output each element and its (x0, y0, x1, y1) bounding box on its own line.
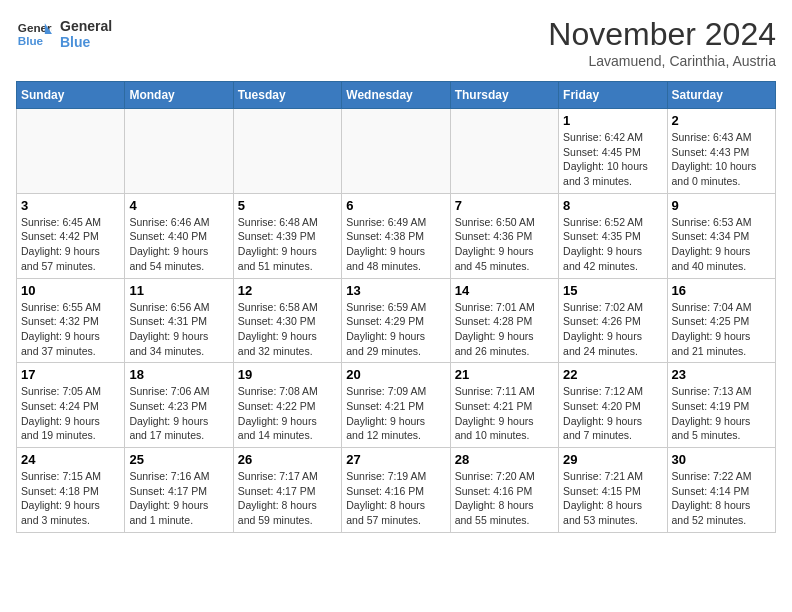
month-title: November 2024 (548, 16, 776, 53)
day-info: Sunrise: 7:04 AM Sunset: 4:25 PM Dayligh… (672, 300, 771, 359)
calendar-cell: 17Sunrise: 7:05 AM Sunset: 4:24 PM Dayli… (17, 363, 125, 448)
day-info: Sunrise: 7:01 AM Sunset: 4:28 PM Dayligh… (455, 300, 554, 359)
day-info: Sunrise: 7:13 AM Sunset: 4:19 PM Dayligh… (672, 384, 771, 443)
calendar-table: SundayMondayTuesdayWednesdayThursdayFrid… (16, 81, 776, 533)
weekday-header: Monday (125, 82, 233, 109)
calendar-week-row: 10Sunrise: 6:55 AM Sunset: 4:32 PM Dayli… (17, 278, 776, 363)
day-number: 20 (346, 367, 445, 382)
day-number: 23 (672, 367, 771, 382)
day-number: 8 (563, 198, 662, 213)
day-number: 10 (21, 283, 120, 298)
calendar-cell: 9Sunrise: 6:53 AM Sunset: 4:34 PM Daylig… (667, 193, 775, 278)
day-info: Sunrise: 6:52 AM Sunset: 4:35 PM Dayligh… (563, 215, 662, 274)
calendar-cell: 22Sunrise: 7:12 AM Sunset: 4:20 PM Dayli… (559, 363, 667, 448)
day-info: Sunrise: 6:50 AM Sunset: 4:36 PM Dayligh… (455, 215, 554, 274)
calendar-week-row: 24Sunrise: 7:15 AM Sunset: 4:18 PM Dayli… (17, 448, 776, 533)
day-number: 28 (455, 452, 554, 467)
day-info: Sunrise: 7:06 AM Sunset: 4:23 PM Dayligh… (129, 384, 228, 443)
day-info: Sunrise: 6:49 AM Sunset: 4:38 PM Dayligh… (346, 215, 445, 274)
calendar-cell (450, 109, 558, 194)
logo: General Blue General Blue (16, 16, 112, 52)
day-info: Sunrise: 7:05 AM Sunset: 4:24 PM Dayligh… (21, 384, 120, 443)
day-number: 15 (563, 283, 662, 298)
day-number: 21 (455, 367, 554, 382)
day-number: 19 (238, 367, 337, 382)
calendar-week-row: 1Sunrise: 6:42 AM Sunset: 4:45 PM Daylig… (17, 109, 776, 194)
day-info: Sunrise: 6:55 AM Sunset: 4:32 PM Dayligh… (21, 300, 120, 359)
day-info: Sunrise: 6:43 AM Sunset: 4:43 PM Dayligh… (672, 130, 771, 189)
day-info: Sunrise: 7:16 AM Sunset: 4:17 PM Dayligh… (129, 469, 228, 528)
day-number: 16 (672, 283, 771, 298)
calendar-cell: 23Sunrise: 7:13 AM Sunset: 4:19 PM Dayli… (667, 363, 775, 448)
day-number: 27 (346, 452, 445, 467)
svg-text:Blue: Blue (18, 34, 44, 47)
day-info: Sunrise: 6:56 AM Sunset: 4:31 PM Dayligh… (129, 300, 228, 359)
calendar-cell: 6Sunrise: 6:49 AM Sunset: 4:38 PM Daylig… (342, 193, 450, 278)
day-number: 13 (346, 283, 445, 298)
calendar-cell: 2Sunrise: 6:43 AM Sunset: 4:43 PM Daylig… (667, 109, 775, 194)
weekday-header: Thursday (450, 82, 558, 109)
calendar-cell: 27Sunrise: 7:19 AM Sunset: 4:16 PM Dayli… (342, 448, 450, 533)
day-number: 25 (129, 452, 228, 467)
day-number: 30 (672, 452, 771, 467)
calendar-cell: 15Sunrise: 7:02 AM Sunset: 4:26 PM Dayli… (559, 278, 667, 363)
day-number: 9 (672, 198, 771, 213)
calendar-cell: 14Sunrise: 7:01 AM Sunset: 4:28 PM Dayli… (450, 278, 558, 363)
calendar-cell: 16Sunrise: 7:04 AM Sunset: 4:25 PM Dayli… (667, 278, 775, 363)
calendar-cell: 29Sunrise: 7:21 AM Sunset: 4:15 PM Dayli… (559, 448, 667, 533)
calendar-cell: 30Sunrise: 7:22 AM Sunset: 4:14 PM Dayli… (667, 448, 775, 533)
day-info: Sunrise: 7:09 AM Sunset: 4:21 PM Dayligh… (346, 384, 445, 443)
day-number: 4 (129, 198, 228, 213)
day-number: 18 (129, 367, 228, 382)
calendar-cell: 8Sunrise: 6:52 AM Sunset: 4:35 PM Daylig… (559, 193, 667, 278)
calendar-week-row: 3Sunrise: 6:45 AM Sunset: 4:42 PM Daylig… (17, 193, 776, 278)
weekday-header: Saturday (667, 82, 775, 109)
weekday-header: Friday (559, 82, 667, 109)
day-info: Sunrise: 6:42 AM Sunset: 4:45 PM Dayligh… (563, 130, 662, 189)
logo-text-blue: Blue (60, 34, 112, 50)
day-info: Sunrise: 6:59 AM Sunset: 4:29 PM Dayligh… (346, 300, 445, 359)
day-number: 26 (238, 452, 337, 467)
day-number: 1 (563, 113, 662, 128)
day-info: Sunrise: 6:53 AM Sunset: 4:34 PM Dayligh… (672, 215, 771, 274)
calendar-week-row: 17Sunrise: 7:05 AM Sunset: 4:24 PM Dayli… (17, 363, 776, 448)
calendar-cell (125, 109, 233, 194)
day-number: 14 (455, 283, 554, 298)
day-number: 12 (238, 283, 337, 298)
day-number: 22 (563, 367, 662, 382)
day-info: Sunrise: 7:20 AM Sunset: 4:16 PM Dayligh… (455, 469, 554, 528)
calendar-cell: 4Sunrise: 6:46 AM Sunset: 4:40 PM Daylig… (125, 193, 233, 278)
calendar-cell (233, 109, 341, 194)
day-info: Sunrise: 7:11 AM Sunset: 4:21 PM Dayligh… (455, 384, 554, 443)
calendar-cell: 26Sunrise: 7:17 AM Sunset: 4:17 PM Dayli… (233, 448, 341, 533)
calendar-cell: 11Sunrise: 6:56 AM Sunset: 4:31 PM Dayli… (125, 278, 233, 363)
calendar-cell: 10Sunrise: 6:55 AM Sunset: 4:32 PM Dayli… (17, 278, 125, 363)
calendar-cell: 1Sunrise: 6:42 AM Sunset: 4:45 PM Daylig… (559, 109, 667, 194)
page-header: General Blue General Blue November 2024 … (16, 16, 776, 69)
weekday-header: Sunday (17, 82, 125, 109)
day-number: 29 (563, 452, 662, 467)
calendar-cell: 7Sunrise: 6:50 AM Sunset: 4:36 PM Daylig… (450, 193, 558, 278)
day-info: Sunrise: 6:48 AM Sunset: 4:39 PM Dayligh… (238, 215, 337, 274)
weekday-header: Wednesday (342, 82, 450, 109)
day-number: 11 (129, 283, 228, 298)
logo-text-general: General (60, 18, 112, 34)
calendar-cell: 21Sunrise: 7:11 AM Sunset: 4:21 PM Dayli… (450, 363, 558, 448)
day-info: Sunrise: 7:22 AM Sunset: 4:14 PM Dayligh… (672, 469, 771, 528)
day-number: 17 (21, 367, 120, 382)
day-info: Sunrise: 6:58 AM Sunset: 4:30 PM Dayligh… (238, 300, 337, 359)
calendar-cell: 12Sunrise: 6:58 AM Sunset: 4:30 PM Dayli… (233, 278, 341, 363)
title-area: November 2024 Lavamuend, Carinthia, Aust… (548, 16, 776, 69)
calendar-cell: 13Sunrise: 6:59 AM Sunset: 4:29 PM Dayli… (342, 278, 450, 363)
calendar-cell: 18Sunrise: 7:06 AM Sunset: 4:23 PM Dayli… (125, 363, 233, 448)
calendar-cell (342, 109, 450, 194)
day-info: Sunrise: 7:15 AM Sunset: 4:18 PM Dayligh… (21, 469, 120, 528)
day-number: 6 (346, 198, 445, 213)
calendar-cell: 5Sunrise: 6:48 AM Sunset: 4:39 PM Daylig… (233, 193, 341, 278)
day-number: 5 (238, 198, 337, 213)
calendar-cell: 19Sunrise: 7:08 AM Sunset: 4:22 PM Dayli… (233, 363, 341, 448)
calendar-cell: 20Sunrise: 7:09 AM Sunset: 4:21 PM Dayli… (342, 363, 450, 448)
day-info: Sunrise: 7:08 AM Sunset: 4:22 PM Dayligh… (238, 384, 337, 443)
day-info: Sunrise: 7:19 AM Sunset: 4:16 PM Dayligh… (346, 469, 445, 528)
weekday-header: Tuesday (233, 82, 341, 109)
